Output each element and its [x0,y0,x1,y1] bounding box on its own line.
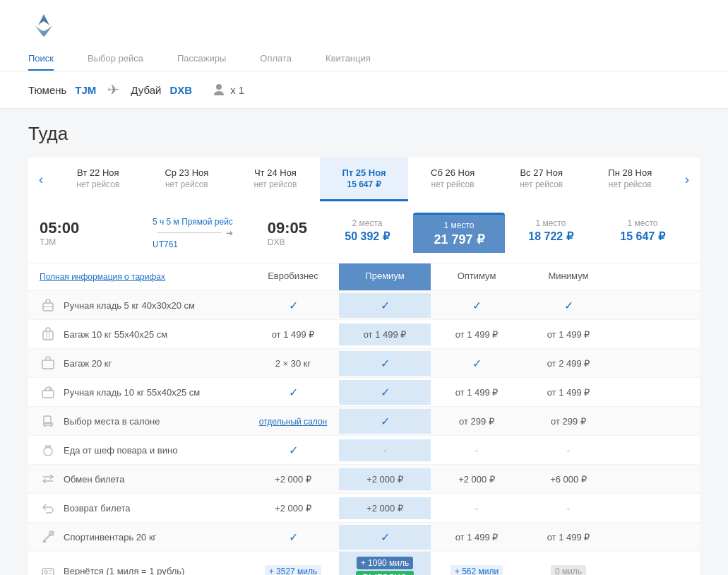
separate-salon-link[interactable]: отдельный салон [259,417,327,427]
tariff-col-optimum: Оптимум [431,263,523,290]
tariff-cell-3-0: ✓ [247,380,339,405]
luggage-icon [40,326,56,343]
price-amount-1[interactable]: 21 797 ₽ [420,232,498,247]
price-col-3[interactable]: 1 место15 647 ₽ [597,213,688,253]
nav-step-receipt[interactable]: Квитанция [326,53,371,71]
svg-line-15 [43,532,53,542]
flight-route-info: 5 ч 5 м Прямой рейс ➔ UT761 [153,217,268,249]
date-info-0: нет рейсов [58,179,138,189]
miles-badge-9-3: 0 миль [551,565,586,575]
date-day-1: Ср 23 Ноя [147,167,227,178]
tariff-cell-7-2: - [431,497,523,519]
date-tab-0[interactable]: Вт 22 Ноянет рейсов [54,158,143,201]
svg-point-19 [44,571,47,574]
price-amount-2[interactable]: 18 722 ₽ [512,230,590,243]
tariff-col-minimum: Минимум [523,263,614,290]
nav-step-flight[interactable]: Выбор рейса [88,53,143,71]
price-col-1[interactable]: 1 место21 797 ₽ [413,213,505,253]
check-icon-0-0: ✓ [289,300,298,312]
date-day-3: Пт 25 Ноя [324,167,405,178]
tariff-cell-6-0: +2 000 ₽ [247,468,339,490]
check-icon-2-2: ✓ [472,357,482,369]
carousel-prev[interactable]: ‹ [28,160,54,200]
check-icon-0-3: ✓ [564,300,573,312]
tariff-feature-2: Багаж 20 кг [28,349,247,377]
route-bar: Тюмень TJM ✈ Дубай DXB x 1 [0,71,728,109]
check-icon-0-2: ✓ [472,300,482,312]
date-tab-5[interactable]: Вс 27 Ноянет рейсов [497,158,586,201]
nav-step-payment[interactable]: Оплата [260,53,292,71]
arrow-right: ➔ [226,228,233,238]
from-city: Тюмень [28,84,66,96]
tariff-row-0: Ручная кладь 5 кг 40х30х20 см✓✓✓✓ [28,291,700,320]
tariff-cell-1-0: от 1 499 ₽ [247,324,339,345]
from-iata: TJM [75,84,96,96]
date-info-2: нет рейсов [235,179,316,189]
svg-point-11 [44,447,52,456]
price-amount-0[interactable]: 50 392 ₽ [328,230,406,243]
svg-point-0 [216,84,222,90]
navigation-steps: Поиск Выбор рейса Пассажиры Оплата Квита… [28,53,700,71]
check-icon-5-0: ✓ [289,444,298,456]
price-col-0[interactable]: 2 места50 392 ₽ [321,213,413,253]
tariff-cell-7-3: - [523,497,614,519]
tariff-row-1: Багаж 10 кг 55х40х25 смот 1 499 ₽от 1 49… [28,320,700,349]
food-icon [40,441,56,458]
tariff-cell-0-1: ✓ [339,293,431,318]
miles-badge-9-2: + 562 мили [450,565,503,575]
tariff-cell-9-3: 0 миль [523,560,614,575]
tariff-cell-7-0: +2 000 ₽ [247,497,339,519]
date-tab-6[interactable]: Пн 28 Ноянет рейсов [585,158,674,201]
date-info-6: нет рейсов [590,179,670,189]
tariff-cell-2-3: от 2 499 ₽ [523,352,614,374]
tariff-cell-6-3: +6 000 ₽ [523,468,614,490]
exchange-icon [40,470,56,487]
miles-badge-9-1: + 1090 миль [357,557,414,569]
section-title: Туда [28,123,700,145]
tariff-cell-9-2: + 562 мили [431,560,523,575]
tariff-cell-4-2: от 299 ₽ [431,410,523,432]
tariff-cell-5-0: ✓ [247,438,339,463]
tariff-row-6: Обмен билета+2 000 ₽+2 000 ₽+2 000 ₽+6 0… [28,465,700,494]
tariff-cell-8-1: ✓ [339,525,431,550]
date-info-1: нет рейсов [147,179,227,189]
to-city: Дубай [131,84,161,96]
tariff-feature-1: Багаж 10 кг 55х40х25 см [28,320,247,348]
route-arrow-icon: ✈ [107,81,119,98]
date-day-2: Чт 24 Ноя [235,167,316,178]
feature-label-9: Вернётся (1 миля = 1 рубль) [64,566,184,575]
price-amount-3[interactable]: 15 647 ₽ [604,230,681,243]
refund-icon [40,499,56,516]
tariff-cell-1-1: от 1 499 ₽ [339,324,431,345]
price-col-2[interactable]: 1 место18 722 ₽ [505,213,597,253]
nav-step-search[interactable]: Поиск [28,53,54,71]
tariff-info-link[interactable]: Полная информация о тарифах [28,263,247,290]
date-tab-3[interactable]: Пт 25 Ноя15 647 ₽ [320,158,409,201]
feature-label-1: Багаж 10 кг 55х40х25 см [64,329,167,340]
bag2-icon [40,384,56,401]
price-columns: 2 места50 392 ₽1 место21 797 ₽1 место18 … [321,213,688,253]
price-seats-1: 1 место [420,220,498,230]
date-day-6: Пн 28 Ноя [590,167,670,178]
check-icon-2-1: ✓ [381,357,390,369]
carousel-next[interactable]: › [674,160,700,200]
svg-rect-6 [42,360,54,369]
tariff-row-9: Вернётся (1 миля = 1 рубль)+ 3527 миль+ … [28,552,700,575]
to-iata: DXB [169,84,192,96]
logo [28,11,700,45]
dash-7-3: - [567,503,570,514]
tariff-cell-3-3: от 1 499 ₽ [523,381,614,403]
tariff-row-7: Возврат билета+2 000 ₽+2 000 ₽-- [28,494,700,523]
date-info-5: нет рейсов [501,179,582,189]
tariff-feature-4: Выбор места в салоне [28,407,247,435]
tariff-cell-2-0: 2 × 30 кг [247,352,339,374]
passenger-count: x 1 [230,84,244,96]
tariff-cell-7-1: +2 000 ₽ [339,497,431,519]
date-tab-4[interactable]: Сб 26 Ноянет рейсов [408,158,497,201]
tariff-cell-9-1: + 1090 мильВЫГОДНО [339,552,431,575]
date-tab-1[interactable]: Ср 23 Ноянет рейсов [143,158,232,201]
date-tab-2[interactable]: Чт 24 Ноянет рейсов [231,158,320,201]
tariff-feature-7: Возврат билета [28,494,247,522]
tariff-feature-8: Спортинвентарь 20 кг [28,523,247,551]
nav-step-passengers[interactable]: Пассажиры [177,53,226,71]
